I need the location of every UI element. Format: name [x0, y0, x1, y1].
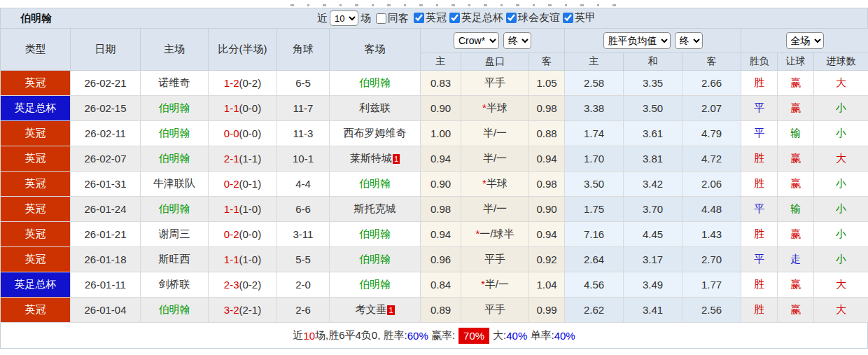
team-name: 伯明翰 — [359, 278, 391, 290]
mean-draw-cell: 3.17 — [624, 247, 682, 272]
table-row: 英冠 26-01-04 伯明翰 3-2(2-1) 2-6 考文垂1 0.89 平… — [1, 298, 868, 323]
mean-draw-cell: 3.50 — [624, 96, 682, 121]
corners-cell: 10-1 — [277, 146, 330, 172]
same-opponent-option[interactable]: 同客 — [373, 12, 409, 25]
corners-cell: 4-4 — [277, 172, 330, 197]
corners-cell: 2-6 — [277, 298, 330, 323]
result-cell: 胜 — [741, 272, 778, 298]
team-name: 伯明翰 — [359, 253, 391, 265]
league-filter-1[interactable]: 英足总杯 — [447, 11, 503, 25]
score-cell: 3-2(2-1) — [209, 298, 277, 323]
odds-time-select[interactable]: 终 — [503, 32, 531, 49]
same-opponent-checkbox[interactable] — [376, 13, 386, 24]
mean-time-select[interactable]: 终 — [675, 32, 703, 49]
mean-home-cell: 2.58 — [565, 71, 624, 96]
away-team-cell: 伯明翰 — [330, 71, 421, 96]
sub-header-result: 胜负 — [741, 53, 778, 71]
team-name: 伯明翰 — [159, 202, 190, 214]
score-cell: 0-2(0-1) — [209, 172, 277, 197]
summary-bar: 近10场,胜6平4负0, 胜率:60% 赢率:70%大:40% 单率:40% — [0, 323, 868, 349]
league-filter-2[interactable]: 球会友谊 — [503, 11, 560, 25]
away-odds-cell: 1.05 — [529, 71, 565, 96]
mean-draw-cell: 3.81 — [624, 146, 682, 172]
league-cell: 英冠 — [1, 172, 71, 197]
handicap-result-cell: 赢 — [778, 146, 814, 172]
league-filter-3[interactable]: 英甲 — [560, 11, 596, 25]
team-name: 斯旺西 — [159, 253, 190, 265]
league-filter-checkbox[interactable] — [506, 13, 517, 23]
sub-header-odds-away: 客 — [529, 53, 565, 71]
date-cell: 26-01-21 — [71, 222, 141, 247]
away-odds-cell: 0.90 — [529, 197, 565, 222]
mean-away-cell: 4.48 — [682, 197, 741, 222]
league-cell: 英冠 — [1, 298, 71, 323]
team-name: 伯明翰 — [159, 127, 190, 139]
home-odds-cell: 0.84 — [421, 272, 461, 298]
home-team-cell: 斯旺西 — [141, 247, 209, 272]
red-card-badge: 1 — [387, 305, 394, 315]
team-name: 诺维奇 — [159, 76, 190, 88]
result-cell: 胜 — [741, 172, 778, 197]
table-row: 英冠 26-02-07 伯明翰 2-1(1-1) 10-1 莱斯特城1 0.94… — [1, 146, 868, 172]
sub-header-goals: 进球数 — [814, 53, 868, 71]
date-cell: 26-01-04 — [71, 298, 141, 323]
corners-cell: 6-5 — [277, 71, 330, 96]
away-odds-cell: 0.98 — [529, 172, 565, 197]
mean-away-cell: 2.06 — [682, 172, 741, 197]
score-cell: 0-0(0-0) — [209, 121, 277, 146]
handicap-cell: 半/一 — [461, 197, 529, 222]
home-odds-cell: 0.94 — [421, 222, 461, 247]
filter-controls: 近 10 场 同客 英冠英足总杯球会友谊英甲 — [317, 8, 596, 28]
home-odds-cell: 0.89 — [421, 298, 461, 323]
mean-draw-cell: 3.61 — [624, 121, 682, 146]
mean-type-select[interactable]: 胜平负均值 — [603, 32, 671, 49]
sub-header-mean-home: 主 — [565, 53, 624, 71]
league-filter-checkbox[interactable] — [414, 13, 424, 23]
handicap-cell: *半球 — [461, 172, 529, 197]
league-cell: 英冠 — [1, 146, 71, 172]
handicap-result-cell: 赢 — [778, 222, 814, 247]
league-cell: 英冠 — [1, 121, 71, 146]
away-odds-cell: 1.04 — [529, 272, 565, 298]
team-name: 利兹联 — [359, 102, 391, 113]
mean-draw-cell: 3.35 — [624, 71, 682, 96]
sub-header-handicap: 盘口 — [461, 53, 529, 71]
league-filter-checkbox[interactable] — [563, 13, 573, 23]
league-cell: 英冠 — [1, 247, 71, 272]
summary-segment: 60% — [407, 330, 428, 342]
mean-select-cell: 胜平负均值终 — [565, 29, 741, 53]
red-card-badge: 1 — [393, 154, 400, 164]
odds-company-select[interactable]: Crow* — [454, 32, 499, 49]
summary-segment: 大: — [493, 329, 506, 342]
scope-select[interactable]: 全场 — [786, 32, 824, 49]
mean-away-cell: 2.07 — [682, 96, 741, 121]
league-filter-0[interactable]: 英冠 — [411, 11, 447, 25]
result-cell: 胜 — [741, 222, 778, 247]
handicap-star: * — [482, 177, 486, 189]
recent-count-select[interactable]: 10 — [330, 11, 358, 26]
league-filter-label: 英冠 — [426, 11, 447, 25]
sub-header-mean-draw: 和 — [624, 53, 682, 71]
goals-cell: 小 — [814, 172, 868, 197]
result-cell: 平 — [741, 121, 778, 146]
summary-segment: 单率: — [527, 329, 554, 342]
league-filter-checkbox[interactable] — [449, 13, 460, 23]
table-row: 英冠 26-01-31 牛津联队 0-2(0-1) 4-4 伯明翰 0.90 *… — [1, 172, 868, 197]
home-odds-cell: 0.96 — [421, 247, 461, 272]
table-row: 英足总杯 26-01-11 剑桥联 2-3(0-2) 2-0 伯明翰 0.84 … — [1, 272, 868, 298]
corners-cell: 11-3 — [277, 121, 330, 146]
table-row: 英冠 26-02-11 伯明翰 0-0(0-0) 11-3 西布罗姆维奇 1.0… — [1, 121, 868, 146]
sub-header-odds-home: 主 — [421, 53, 461, 71]
mean-draw-cell: 3.70 — [624, 197, 682, 222]
away-team-cell: 伯明翰 — [330, 222, 421, 247]
handicap-cell: 平手 — [461, 71, 529, 96]
handicap-result-cell: 走 — [778, 247, 814, 272]
team-name: 伯明翰 — [359, 76, 391, 88]
away-team-cell: 考文垂1 — [330, 298, 421, 323]
summary-segment: 40% — [554, 330, 575, 342]
mean-away-cell: 2.56 — [682, 298, 741, 323]
match-history-panel: 伯明翰 近 10 场 同客 英冠英足总杯球会友谊英甲 类型 日期 主场 — [0, 0, 868, 355]
corners-cell: 3-11 — [277, 222, 330, 247]
away-team-cell: 伯明翰 — [330, 272, 421, 298]
table-row: 英冠 26-01-18 斯旺西 1-1(1-0) 5-5 伯明翰 0.96 平手… — [1, 247, 868, 272]
